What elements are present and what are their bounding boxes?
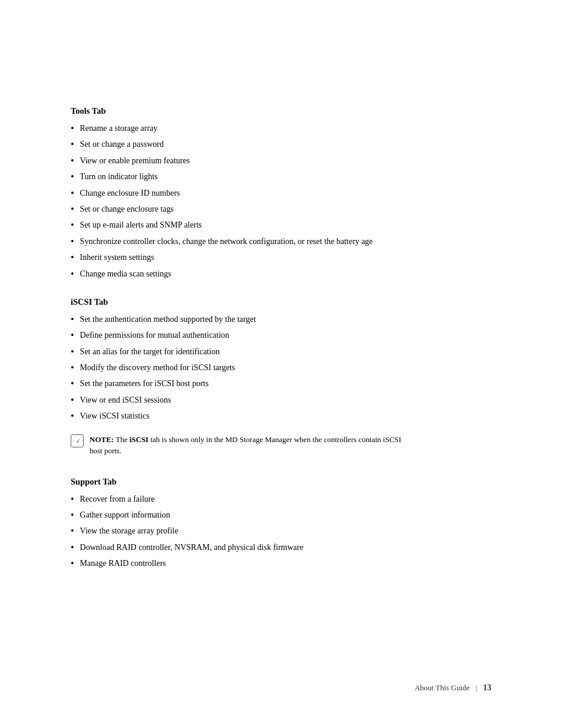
list-item: View the storage array profile: [71, 525, 491, 538]
list-item: Gather support information: [71, 509, 491, 522]
list-item: Set an alias for the target for identifi…: [71, 345, 491, 358]
page-footer: About This Guide | 13: [415, 683, 491, 693]
support-tab-section: Support Tab Recover from a failure Gathe…: [71, 477, 491, 571]
tools-tab-title: Tools Tab: [71, 106, 491, 116]
list-item: View iSCSI statistics: [71, 410, 491, 423]
list-item: View or end iSCSI sessions: [71, 394, 491, 407]
list-item: Set up e-mail alerts and SNMP alerts: [71, 219, 491, 232]
page-container: Tools Tab Rename a storage array Set or …: [0, 0, 562, 634]
support-tab-list: Recover from a failure Gather support in…: [71, 493, 491, 571]
list-item: Set the authentication method supported …: [71, 313, 491, 326]
list-item: Synchronize controller clocks, change th…: [71, 235, 491, 248]
tools-tab-section: Tools Tab Rename a storage array Set or …: [71, 106, 491, 281]
list-item: Recover from a failure: [71, 493, 491, 506]
support-tab-title: Support Tab: [71, 477, 491, 487]
list-item: Set or change a password: [71, 138, 491, 151]
note-text: NOTE: The iSCSI tab is shown only in the…: [90, 434, 408, 457]
list-item: View or enable premium features: [71, 154, 491, 167]
iscsi-tab-section: iSCSI Tab Set the authentication method …: [71, 297, 491, 460]
list-item: Set or change enclosure tags: [71, 203, 491, 216]
list-item: Download RAID controller, NVSRAM, and ph…: [71, 541, 491, 554]
iscsi-tab-list: Set the authentication method supported …: [71, 313, 491, 423]
list-item: Inherit system settings: [71, 251, 491, 264]
note-label: NOTE:: [90, 435, 114, 444]
list-item: Define permissions for mutual authentica…: [71, 329, 491, 342]
footer-divider: |: [475, 683, 477, 693]
list-item: Set the parameters for iSCSI host ports: [71, 377, 491, 390]
note-box: 𝒾 NOTE: The iSCSI tab is shown only in t…: [71, 430, 491, 460]
footer-page-number: 13: [483, 683, 491, 693]
footer-label: About This Guide: [415, 683, 470, 693]
iscsi-tab-title: iSCSI Tab: [71, 297, 491, 307]
list-item: Rename a storage array: [71, 122, 491, 135]
note-icon: 𝒾: [71, 434, 84, 447]
list-item: Modify the discovery method for iSCSI ta…: [71, 361, 491, 374]
list-item: Turn on indicator lights: [71, 170, 491, 183]
note-body: The iSCSI tab is shown only in the MD St…: [90, 435, 401, 456]
list-item: Change enclosure ID numbers: [71, 187, 491, 200]
list-item: Manage RAID controllers: [71, 557, 491, 570]
tools-tab-list: Rename a storage array Set or change a p…: [71, 122, 491, 281]
list-item: Change media scan settings: [71, 268, 491, 281]
